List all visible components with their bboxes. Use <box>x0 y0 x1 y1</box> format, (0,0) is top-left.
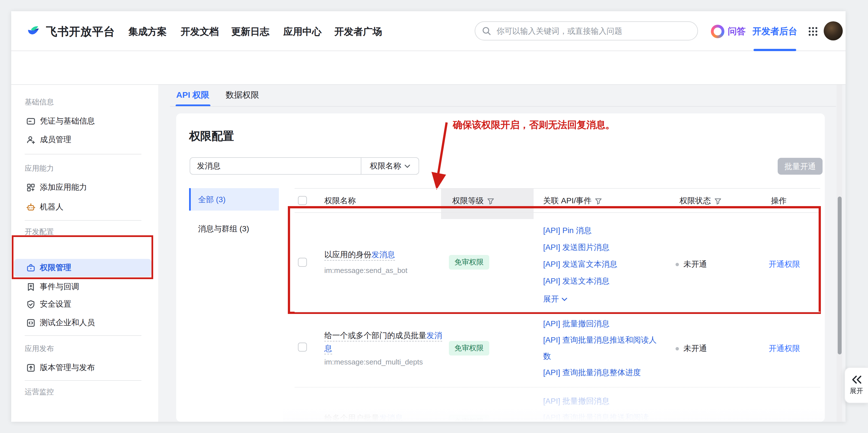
sidebar-item-security[interactable]: 安全设置 <box>14 295 152 313</box>
tab-data-permissions[interactable]: 数据权限 <box>225 90 259 100</box>
user-avatar[interactable] <box>824 21 843 40</box>
permission-name[interactable]: 以应用的身份发消息 <box>324 248 445 261</box>
permission-code: im:message:send_as_bot <box>324 266 407 275</box>
grid-add-icon <box>26 183 35 192</box>
permission-name[interactable]: 给多个用户批量发消息 <box>324 412 445 422</box>
sidebar-item-bot[interactable]: 机器人 <box>14 198 152 216</box>
api-link[interactable]: [API] 发送富文本消息 <box>543 256 658 272</box>
col-header-status: 权限状态 <box>680 196 721 206</box>
status-cell: 未开通 <box>676 344 707 354</box>
annotation-arrow <box>423 118 457 192</box>
permission-search-input[interactable] <box>190 158 361 174</box>
upload-square-icon <box>26 363 35 372</box>
sidebar-section-capabilities: 应用能力 <box>25 164 54 173</box>
expand-panel-button[interactable]: 展开 <box>844 367 868 403</box>
api-link[interactable]: [API] 批量撤回消息 <box>543 393 658 409</box>
browser-page: 飞书开放平台 集成方案 开发文档 更新日志 应用中心 开发者广场 问答 开发者后… <box>11 11 845 422</box>
col-header-level: 权限等级 <box>452 196 494 206</box>
page-title: 权限配置 <box>189 128 234 144</box>
filter-icon[interactable] <box>595 197 602 205</box>
filter-icon[interactable] <box>714 197 721 205</box>
nav-item-changelog[interactable]: 更新日志 <box>231 25 269 38</box>
nav-item-integration[interactable]: 集成方案 <box>128 25 167 38</box>
id-card-icon <box>26 117 35 126</box>
level-badge: 免审权限 <box>449 341 489 355</box>
nav-item-dev-plaza[interactable]: 开发者广场 <box>334 25 382 38</box>
sidebar-divider <box>25 335 142 336</box>
chevron-down-icon <box>405 164 410 168</box>
top-navbar: 飞书开放平台 集成方案 开发文档 更新日志 应用中心 开发者广场 问答 开发者后… <box>11 11 845 51</box>
status-dot <box>676 347 679 350</box>
select-all-checkbox[interactable] <box>298 196 307 205</box>
row-checkbox[interactable] <box>298 343 307 352</box>
scrollbar-track[interactable] <box>837 85 842 422</box>
active-nav-underline <box>753 49 796 51</box>
category-message-group[interactable]: 消息与群组 (3) <box>189 217 279 240</box>
sidebar-annotation-red-box <box>12 235 153 279</box>
tab-api-permissions[interactable]: API 权限 <box>176 90 209 100</box>
sidebar-item-members[interactable]: 成员管理 <box>14 131 152 149</box>
api-link[interactable]: [API] 查询批量消息推送和阅读 <box>543 409 658 422</box>
api-link-list: [API] 批量撤回消息 [API] 查询批量消息推送和阅读人数 [API] 查… <box>543 316 658 381</box>
stage: 飞书开放平台 集成方案 开发文档 更新日志 应用中心 开发者广场 问答 开发者后… <box>0 0 868 433</box>
api-link[interactable]: [API] 发送文本消息 <box>543 272 658 289</box>
sidebar-item-add-capability[interactable]: 添加应用能力 <box>14 179 152 197</box>
shield-check-icon <box>26 300 35 309</box>
qa-ring-icon[interactable] <box>711 25 724 38</box>
api-link-list: [API] Pin 消息 [API] 发送图片消息 [API] 发送富文本消息 … <box>543 222 658 289</box>
api-link[interactable]: [API] 批量撤回消息 <box>543 316 658 332</box>
api-link[interactable]: [API] Pin 消息 <box>543 222 658 239</box>
name-keyword-link[interactable]: 发消息 <box>371 250 395 259</box>
expand-apis-link[interactable]: 展开 <box>543 294 567 305</box>
permission-config-card: 权限配置 确保该权限开启，否则无法回复消息。 权限名称 批量开通 全部 (3) … <box>176 113 825 422</box>
col-header-action: 操作 <box>771 196 787 206</box>
sidebar-item-version[interactable]: 版本管理与发布 <box>14 359 152 377</box>
bookmark-add-icon <box>26 283 35 291</box>
global-search[interactable] <box>475 21 698 40</box>
apps-grid-icon[interactable] <box>808 26 818 36</box>
annotation-text: 确保该权限开启，否则无法回复消息。 <box>453 118 615 132</box>
permission-code: im:message:send_multi_depts <box>324 358 423 366</box>
nav-item-app-center[interactable]: 应用中心 <box>283 25 321 38</box>
feishu-logo-icon <box>26 23 41 39</box>
chevron-down-icon <box>562 298 567 301</box>
bulk-enable-button[interactable]: 批量开通 <box>778 158 823 175</box>
sidebar-section-basic: 基础信息 <box>25 98 54 107</box>
row-separator <box>294 387 820 387</box>
permission-name[interactable]: 给一个或多个部门的成员批量发消息 <box>324 329 445 355</box>
sidebar-divider <box>25 380 142 381</box>
level-badge: 免审权限 <box>449 414 489 422</box>
person-add-icon <box>26 135 35 144</box>
search-type-select[interactable]: 权限名称 <box>361 158 418 174</box>
permission-search-group: 权限名称 <box>190 157 419 175</box>
double-chevron-left-icon <box>851 375 862 384</box>
api-link[interactable]: [API] 查询批量消息整体进度 <box>543 365 658 381</box>
api-link[interactable]: [API] 查询批量消息推送和阅读人数 <box>543 332 658 365</box>
col-header-api: 关联 API/事件 <box>543 196 602 206</box>
table-header-border <box>294 212 820 213</box>
search-input[interactable] <box>495 26 691 36</box>
tab-separator <box>170 106 836 107</box>
level-badge: 免审权限 <box>449 255 489 269</box>
code-square-icon <box>26 318 35 327</box>
row-checkbox[interactable] <box>298 258 307 267</box>
sidebar-item-credentials[interactable]: 凭证与基础信息 <box>14 112 152 130</box>
api-link[interactable]: [API] 发送图片消息 <box>543 239 658 256</box>
scrollbar-thumb[interactable] <box>837 197 841 354</box>
nav-item-docs[interactable]: 开发文档 <box>181 25 219 38</box>
qa-link[interactable]: 问答 <box>728 26 746 38</box>
logo-title: 飞书开放平台 <box>46 24 115 39</box>
dev-console-link[interactable]: 开发者后台 <box>752 26 797 38</box>
sidebar: 基础信息 凭证与基础信息 成员管理 应用能力 添加应用能力 机器人 开发配置 <box>11 85 158 422</box>
sidebar-divider <box>25 154 142 154</box>
sidebar-item-events[interactable]: 事件与回调 <box>14 278 152 296</box>
name-keyword-link[interactable]: 发消息 <box>379 413 403 422</box>
sidebar-item-test-org[interactable]: 测试企业和人员 <box>14 314 152 332</box>
enable-permission-link[interactable]: 开通权限 <box>769 344 800 354</box>
col-header-name: 权限名称 <box>324 196 356 206</box>
enable-permission-link[interactable]: 开通权限 <box>769 259 800 269</box>
app-header: 测试 已启用 正式应用@环界云 当前修改均已发布 <box>11 51 845 85</box>
category-all[interactable]: 全部 (3) <box>189 188 279 211</box>
filter-icon[interactable] <box>487 197 494 205</box>
status-cell: 未开通 <box>676 259 707 269</box>
